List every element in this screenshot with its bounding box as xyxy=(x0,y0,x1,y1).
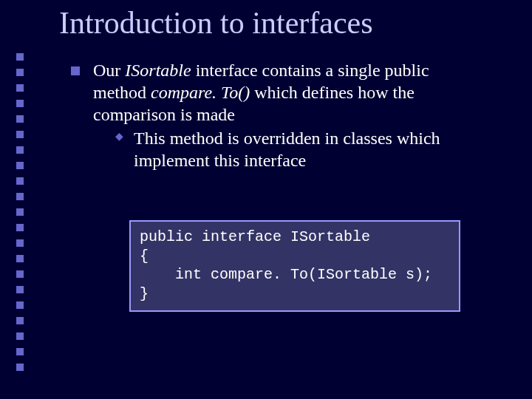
square-bullet-icon xyxy=(71,66,80,75)
deco-square xyxy=(16,208,24,216)
deco-square xyxy=(16,115,24,123)
code-block: public interface ISortable { int compare… xyxy=(129,220,460,312)
code-line: } xyxy=(140,285,149,302)
deco-square xyxy=(16,84,24,92)
deco-square xyxy=(16,301,24,309)
deco-square xyxy=(16,224,24,231)
side-decoration xyxy=(16,53,24,371)
text-italic: compare. To() xyxy=(151,83,250,102)
deco-square xyxy=(16,177,24,185)
deco-square xyxy=(16,193,24,200)
deco-square xyxy=(16,162,24,169)
code-line: public interface ISortable xyxy=(140,228,370,245)
deco-square xyxy=(16,239,24,247)
deco-square xyxy=(16,332,24,340)
subbullet-text: This method is overridden in classes whi… xyxy=(134,127,485,171)
deco-square xyxy=(16,255,24,262)
deco-square xyxy=(16,146,24,154)
code-line: int compare. To(ISortable s); xyxy=(140,266,432,283)
text-italic: ISortable xyxy=(125,61,191,80)
bullet-level1: Our ISortable interface contains a singl… xyxy=(71,59,485,171)
deco-square xyxy=(16,286,24,293)
diamond-bullet-icon: ◆ xyxy=(115,132,123,142)
bullet-level2: ◆ This method is overridden in classes w… xyxy=(115,127,485,171)
code-line: { xyxy=(140,248,149,265)
body-text: Our ISortable interface contains a singl… xyxy=(71,59,485,171)
deco-square xyxy=(16,69,24,76)
deco-square xyxy=(16,53,24,61)
bullet-text: Our ISortable interface contains a singl… xyxy=(93,59,485,171)
deco-square xyxy=(16,364,24,371)
deco-square xyxy=(16,348,24,355)
deco-square xyxy=(16,131,24,138)
slide: Introduction to interfaces Our ISortable… xyxy=(0,0,532,399)
text-segment: Our xyxy=(93,61,125,80)
deco-square xyxy=(16,100,24,107)
slide-title: Introduction to interfaces xyxy=(59,6,373,40)
deco-square xyxy=(16,317,24,324)
deco-square xyxy=(16,270,24,278)
